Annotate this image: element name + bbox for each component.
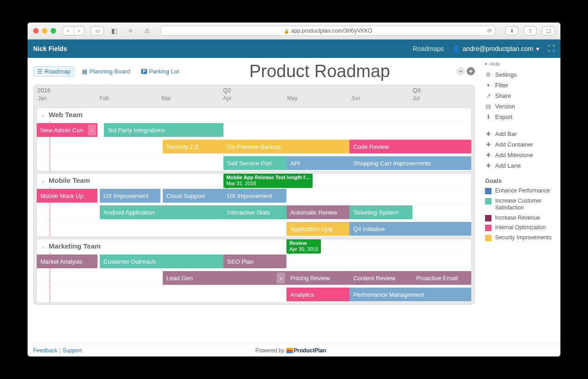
timeline-bar[interactable]: SEO Plan <box>223 255 286 268</box>
timeline-bar[interactable]: Analytics <box>286 288 349 301</box>
timeline-bar[interactable]: Ticketing System <box>349 205 412 219</box>
filter-button[interactable]: ▾Filter <box>485 80 556 91</box>
account-menu[interactable]: 👤 andre@productplan.com ▾ <box>452 45 539 52</box>
zoom-controls: − + <box>457 67 475 75</box>
milestone[interactable]: ReviewApr 30, 2016 <box>286 239 321 254</box>
footer: Feedback | Support Powered by ProductPla… <box>28 344 560 356</box>
fullscreen-icon[interactable]: ⛶ <box>548 45 555 53</box>
timeline-bar[interactable]: Lead Gen› <box>163 271 286 285</box>
goal-item[interactable]: Increase Customer Satisfaction <box>485 196 556 213</box>
share-button[interactable]: ↗Share <box>485 91 556 101</box>
chevron-right-icon[interactable]: › <box>88 124 96 136</box>
timeline-bar[interactable]: Cloud Support <box>163 189 223 203</box>
feedback-link[interactable]: Feedback <box>33 347 57 354</box>
goal-item[interactable]: Internal Optimization <box>485 223 556 233</box>
reader-icon[interactable]: ◧ <box>108 26 120 35</box>
forward-button[interactable]: › <box>74 26 85 35</box>
timeline-row: Self Service PortAPIShopping Cart Improv… <box>37 154 471 171</box>
hide-label: Hide <box>490 61 500 67</box>
url-bar[interactable]: 🔒 app.productplan.com/3H0yVKKO ⟳ <box>161 26 495 36</box>
timeline-bar[interactable]: On Premise Backup <box>223 140 349 153</box>
roadmap-icon: ☰ <box>37 68 43 75</box>
powered-label: Powered by <box>255 347 284 354</box>
goal-item[interactable]: Security Improvements <box>485 233 556 243</box>
add-container-button[interactable]: ✚Add Container <box>485 139 556 150</box>
export-label: Export <box>495 113 513 120</box>
app-header: Nick Fields Roadmaps 👤 andre@productplan… <box>28 40 560 58</box>
wand-icon[interactable]: ✧ <box>124 26 137 35</box>
timeline-bar[interactable]: Performance Management <box>349 288 471 301</box>
chevron-right-icon[interactable]: › <box>277 272 285 283</box>
timeline-row: New Admin Con›3rd Party Integrations <box>37 121 471 138</box>
add-lane-button[interactable]: ✚Add Lane <box>485 160 556 171</box>
reload-icon[interactable]: ⟳ <box>487 28 492 34</box>
warning-icon[interactable]: ⚠ <box>141 26 154 35</box>
tab-planning-label: Planning Board <box>89 68 130 75</box>
minimize-window-button[interactable] <box>42 28 47 34</box>
timeline-bar[interactable]: UX Improvement <box>100 189 160 203</box>
roadmaps-link[interactable]: Roadmaps <box>413 45 444 52</box>
timeline-bar[interactable]: API <box>286 156 349 170</box>
timeline-bar[interactable]: Proactive Email <box>412 271 471 285</box>
back-button[interactable]: ‹ <box>63 26 74 35</box>
timeline-header: 2016 Q2 Q3 Jan Feb Mar Apr May Jun Jul <box>34 85 474 106</box>
export-button[interactable]: ⬇Export <box>485 112 556 122</box>
today-line <box>50 187 50 237</box>
tabs-button[interactable]: ❏ <box>542 26 555 35</box>
timeline-bar[interactable]: Shopping Cart Improvements <box>349 156 471 170</box>
timeline-row: Android ApplicationInteractive DialoAuto… <box>37 204 471 220</box>
version-icon: ▤ <box>485 103 491 110</box>
timeline-bar[interactable]: Application Upg <box>286 222 349 236</box>
tab-planning-board[interactable]: ▦ Planning Board <box>78 66 134 77</box>
close-window-button[interactable] <box>33 28 39 34</box>
powered-by: Powered by ProductPlan <box>82 347 500 354</box>
lane-header[interactable]: ⌄Marketing Team <box>37 239 471 253</box>
add-bar-label: Add Bar <box>495 130 517 137</box>
goal-swatch <box>485 215 491 221</box>
timeline-bar[interactable]: Customer Outreach <box>100 255 223 268</box>
maximize-window-button[interactable] <box>51 28 56 34</box>
lane-header[interactable]: ⌄Web Team <box>37 108 471 121</box>
timeline-bar[interactable]: Security 2.0 <box>163 140 223 153</box>
goal-label: Enhance Performance <box>495 187 550 195</box>
milestone[interactable]: Mobile App Release Test length f…Mar 31,… <box>223 173 313 188</box>
goal-item[interactable]: Increase Revenue <box>485 213 556 223</box>
timeline-bar[interactable]: 3rd Party Integrations <box>104 123 223 137</box>
tab-roadmap[interactable]: ☰ Roadmap <box>33 66 74 77</box>
timeline-bar[interactable]: Android Application <box>100 205 223 219</box>
sidebar: ▸ Hide ⚙Settings ▾Filter ↗Share ▤Version… <box>480 58 560 344</box>
goals-title: Goals <box>485 177 556 184</box>
tab-parking-lot[interactable]: P Parking Lot <box>137 66 183 77</box>
share-button[interactable]: ⇪ <box>524 26 537 35</box>
timeline-bar[interactable]: Pricing Review <box>286 271 349 285</box>
timeline-bar[interactable]: Q4 Initiative <box>349 222 471 236</box>
timeline-bar[interactable]: UX Improvement <box>223 189 286 203</box>
timeline-bar[interactable]: Automatic Renew <box>286 205 349 219</box>
year-label: 2016 <box>37 87 51 94</box>
goal-label: Internal Optimization <box>495 224 546 232</box>
timeline-bar[interactable]: Content Review <box>349 271 412 285</box>
settings-button[interactable]: ⚙Settings <box>485 69 556 80</box>
timeline-bar[interactable]: New Admin Con› <box>37 123 97 137</box>
add-bar-button[interactable]: ✚Add Bar <box>485 129 556 139</box>
month-jun: Jun <box>351 95 360 102</box>
today-line <box>50 253 50 302</box>
add-milestone-button[interactable]: ✚Add Milestone <box>485 150 556 160</box>
zoom-out-button[interactable]: − <box>457 67 465 75</box>
timeline-bar[interactable]: Interactive Dialo <box>223 205 286 219</box>
nav-buttons: ‹ › <box>63 26 85 35</box>
month-jul: Jul <box>413 95 420 102</box>
zoom-in-button[interactable]: + <box>467 67 475 75</box>
timeline-bar[interactable]: Code Review <box>349 140 471 153</box>
support-link[interactable]: Support <box>63 347 82 354</box>
hide-sidebar-button[interactable]: ▸ Hide <box>485 61 556 67</box>
version-button[interactable]: ▤Version <box>485 101 556 112</box>
title-row: ☰ Roadmap ▦ Planning Board P Parking Lot… <box>33 58 475 85</box>
timeline-bar[interactable]: Self Service Port <box>223 156 286 170</box>
timeline-bar[interactable]: Market Analysis <box>37 255 97 268</box>
add-milestone-label: Add Milestone <box>495 152 533 158</box>
download-button[interactable]: ⬇ <box>505 26 518 35</box>
tab-overview-button[interactable]: ▭ <box>91 26 104 35</box>
goal-item[interactable]: Enhance Performance <box>485 186 556 196</box>
timeline-bar[interactable]: Mobile Mock Up <box>37 189 97 203</box>
